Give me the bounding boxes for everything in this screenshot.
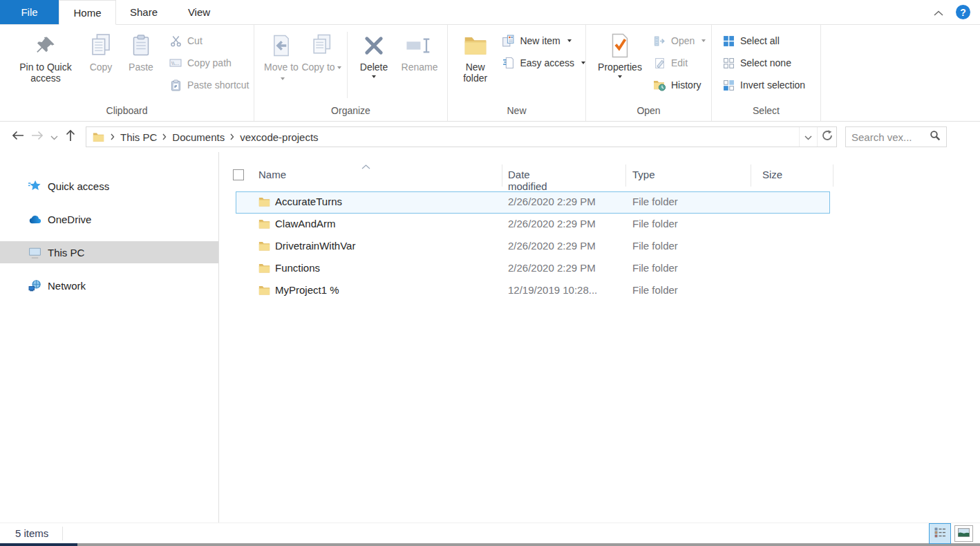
copy-to-button[interactable]: Copy to — [301, 25, 341, 73]
new-item-button[interactable]: New item — [501, 33, 585, 48]
sidebar-item-quick-access[interactable]: Quick access — [0, 175, 218, 197]
move-to-label: Move to — [264, 62, 299, 73]
tab-home[interactable]: Home — [59, 0, 116, 25]
column-separator[interactable] — [625, 164, 626, 187]
paste-button[interactable]: Paste — [120, 25, 162, 73]
pin-to-quick-access-button[interactable]: Pin to Quick access — [10, 25, 82, 84]
rename-button[interactable]: Rename — [395, 25, 444, 73]
new-folder-label: New folder — [453, 62, 497, 84]
ribbon-group-new: New folder New item Easy access New — [448, 25, 586, 121]
navigation-pane: Quick access OneDrive This PC Network — [0, 152, 219, 523]
tab-file-label: File — [21, 6, 37, 18]
column-separator[interactable] — [833, 164, 833, 187]
address-folder-icon — [92, 131, 105, 143]
details-view-button[interactable] — [929, 523, 951, 544]
easy-access-button[interactable]: Easy access — [501, 55, 585, 70]
column-header-date-modified[interactable]: Date modified — [508, 169, 547, 192]
invert-selection-icon — [722, 78, 735, 92]
refresh-button[interactable] — [817, 127, 836, 147]
minimize-ribbon-button[interactable] — [931, 5, 946, 20]
paste-shortcut-button[interactable]: Paste shortcut — [169, 77, 249, 93]
column-header-size[interactable]: Size — [762, 169, 782, 180]
forward-arrow-icon — [30, 129, 44, 144]
breadcrumb-this-pc[interactable]: This PC — [120, 131, 157, 143]
file-date-modified: 2/26/2020 2:29 PM — [508, 240, 596, 252]
open-button[interactable]: Open — [652, 33, 706, 48]
tab-view[interactable]: View — [171, 0, 227, 24]
easy-access-caret-icon — [581, 62, 585, 64]
move-to-caret-icon — [281, 77, 285, 80]
svg-text:\\...: \\... — [171, 60, 179, 66]
tab-file[interactable]: File — [0, 0, 59, 24]
copy-path-button[interactable]: \\... Copy path — [169, 55, 249, 70]
help-button[interactable]: ? — [956, 5, 970, 19]
file-row-drivetrainwithvar[interactable]: DrivetrainWithVar 2/26/2020 2:29 PM File… — [236, 236, 830, 258]
search-input[interactable] — [851, 131, 930, 143]
select-none-icon — [722, 56, 735, 70]
file-date-modified: 12/19/2019 10:28... — [508, 284, 597, 296]
question-mark-icon: ? — [960, 7, 966, 18]
item-count: 5 items — [15, 527, 48, 539]
column-separator[interactable] — [502, 164, 502, 187]
column-header-name[interactable]: Name — [258, 169, 286, 180]
properties-button[interactable]: Properties — [590, 25, 650, 78]
file-row-myproject1[interactable]: MyProject1 % 12/19/2019 10:28... File fo… — [236, 280, 830, 302]
select-none-button[interactable]: Select none — [722, 55, 805, 70]
sidebar-item-onedrive[interactable]: OneDrive — [0, 208, 218, 230]
delete-x-icon — [363, 32, 385, 59]
file-row-clawandarm[interactable]: ClawAndArm 2/26/2020 2:29 PM File folder — [236, 214, 830, 236]
file-row-accurateturns[interactable]: AccurateTurns 2/26/2020 2:29 PM File fol… — [236, 191, 830, 214]
column-separator[interactable] — [751, 164, 751, 187]
delete-button[interactable]: Delete — [353, 25, 395, 78]
folder-icon — [258, 285, 270, 296]
file-rows: AccurateTurns 2/26/2020 2:29 PM File fol… — [236, 191, 830, 302]
sidebar-item-this-pc-label: This PC — [48, 247, 84, 258]
breadcrumb-vexcode-projects[interactable]: vexcode-projects — [240, 131, 318, 143]
sidebar-item-network[interactable]: Network — [0, 274, 218, 296]
properties-label: Properties — [598, 62, 642, 73]
sidebar-item-onedrive-label: OneDrive — [48, 214, 91, 225]
file-name: MyProject1 % — [275, 284, 339, 296]
forward-button[interactable] — [28, 127, 47, 147]
pin-to-quick-access-label: Pin to Quick access — [10, 62, 82, 84]
edit-label: Edit — [671, 57, 688, 68]
invert-selection-button[interactable]: Invert selection — [722, 77, 805, 93]
history-icon — [652, 78, 666, 92]
breadcrumb-documents[interactable]: Documents — [172, 131, 225, 143]
select-all-icon — [722, 34, 735, 48]
address-breadcrumb-bar[interactable]: This PC Documents vexcode-projects — [86, 126, 837, 147]
cut-button[interactable]: Cut — [169, 33, 249, 48]
paste-icon — [131, 32, 151, 59]
status-bar: 5 items — [0, 523, 980, 543]
new-folder-button[interactable]: New folder — [453, 25, 497, 84]
select-all-button[interactable]: Select all — [722, 33, 805, 48]
copy-button[interactable]: Copy — [82, 25, 120, 73]
edit-button[interactable]: Edit — [652, 55, 706, 70]
address-bar: This PC Documents vexcode-projects — [0, 122, 980, 152]
this-pc-monitor-icon — [28, 246, 41, 258]
select-all-label: Select all — [740, 35, 780, 46]
copy-label: Copy — [90, 62, 113, 73]
chevron-up-icon — [934, 6, 943, 19]
bottom-edge-gray-segment — [77, 543, 980, 546]
quick-access-star-icon — [28, 180, 41, 192]
ribbon-group-select: Select all Select none Invert selection … — [712, 25, 821, 121]
sidebar-item-this-pc[interactable]: This PC — [0, 241, 218, 263]
select-all-checkbox[interactable] — [233, 169, 244, 180]
copy-icon — [90, 32, 112, 59]
file-row-functions[interactable]: Functions 2/26/2020 2:29 PM File folder — [236, 258, 830, 280]
address-dropdown-button[interactable] — [799, 127, 817, 147]
move-to-button[interactable]: Move to — [261, 25, 301, 84]
tab-share[interactable]: Share — [116, 0, 171, 24]
properties-caret-icon — [618, 75, 622, 78]
file-list: Name Date modified Type Size AccurateTur… — [219, 152, 980, 523]
back-button[interactable] — [8, 127, 28, 147]
column-header-type[interactable]: Type — [632, 169, 655, 180]
pushpin-icon — [35, 32, 56, 59]
history-button[interactable]: History — [652, 77, 706, 93]
large-icons-view-button[interactable] — [954, 525, 973, 542]
up-button[interactable] — [61, 127, 80, 147]
recent-locations-button[interactable] — [47, 127, 61, 147]
copy-to-caret-icon — [337, 66, 341, 69]
sidebar-item-quick-access-label: Quick access — [48, 180, 109, 192]
